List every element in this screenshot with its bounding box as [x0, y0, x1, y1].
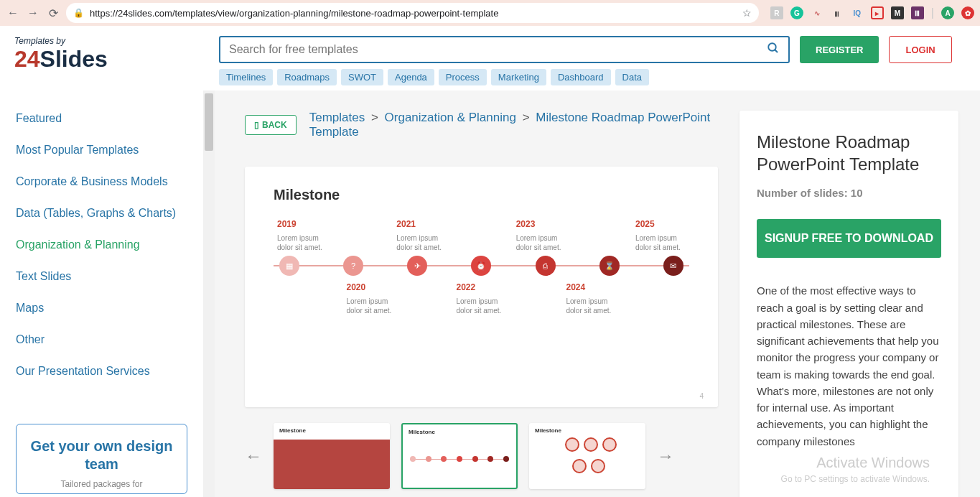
tag-agenda[interactable]: Agenda — [388, 69, 434, 85]
thumbnail[interactable]: Milestone — [274, 423, 390, 489]
promo-subtitle: Tailored packages for — [25, 479, 178, 489]
ext-icon[interactable]: ✿ — [961, 6, 974, 19]
register-button[interactable]: REGISTER — [800, 36, 879, 63]
thumbnail-row: ← Milestone Milestone Milestone → — [245, 423, 718, 489]
timeline-item: 2022Lorem ipsum dolor sit amet. — [457, 282, 507, 315]
extension-icons: R G ∿ ⫼ IQ ▸ M Ⅲ | A ✿ — [765, 6, 974, 19]
tag-process[interactable]: Process — [439, 69, 487, 85]
timeline-dot-icon: ✈ — [407, 256, 427, 276]
sidebar-promo[interactable]: Get your own design team Tailored packag… — [16, 424, 187, 494]
back-nav-icon[interactable]: ← — [6, 6, 20, 20]
tag-row: Timelines Roadmaps SWOT Agenda Process M… — [219, 69, 966, 85]
timeline-dot-icon: ⎙ — [536, 256, 556, 276]
tag-roadmaps[interactable]: Roadmaps — [277, 69, 337, 85]
promo-title: Get your own design team — [25, 437, 178, 473]
crumb-sep: > — [523, 111, 530, 124]
url-text: https://24slides.com/templates/view/orga… — [90, 8, 737, 19]
crumb-category[interactable]: Organization & Planning — [385, 111, 516, 124]
thumbnail[interactable]: Milestone — [529, 423, 645, 489]
sidebar: Featured Most Popular Templates Corporat… — [0, 90, 203, 497]
lock-icon: 🔒 — [73, 8, 84, 18]
sidebar-item-text[interactable]: Text Slides — [16, 270, 187, 283]
scroll-thumb[interactable] — [205, 93, 213, 151]
svg-point-0 — [768, 43, 776, 51]
sidebar-item-featured[interactable]: Featured — [16, 112, 187, 125]
main-content: ▯BACK Templates > Organization & Plannin… — [215, 90, 980, 497]
slide-page-number: 4 — [699, 392, 704, 400]
timeline-item: 2025Lorem ipsum dolor sit amet. — [635, 219, 686, 252]
template-title: Milestone Roadmap PowerPoint Template — [757, 131, 941, 175]
search-icon[interactable] — [767, 42, 780, 58]
tag-timelines[interactable]: Timelines — [219, 69, 273, 85]
prev-thumb-icon[interactable]: ← — [245, 446, 262, 466]
timeline-top-row: 2019Lorem ipsum dolor sit amet. 2021Lore… — [274, 219, 689, 252]
logo-subtitle: Templates by — [14, 36, 205, 46]
slide-count: Number of slides: 10 — [757, 187, 941, 199]
grammarly-icon[interactable]: G — [790, 6, 803, 19]
timeline-dot-icon: ? — [343, 256, 363, 276]
profile-icon[interactable]: A — [941, 6, 954, 19]
timeline-item: 2021Lorem ipsum dolor sit amet. — [396, 219, 447, 252]
reload-icon[interactable]: ⟳ — [46, 6, 60, 20]
thumbnail-active[interactable]: Milestone — [401, 423, 518, 489]
sidebar-item-popular[interactable]: Most Popular Templates — [16, 144, 187, 157]
logo-main: 24Slides — [14, 46, 205, 73]
timeline-item: 2024Lorem ipsum dolor sit amet. — [566, 282, 617, 315]
search-input[interactable] — [229, 43, 767, 56]
svg-line-1 — [775, 50, 778, 52]
windows-watermark: Activate Windows — [816, 455, 930, 471]
settings-ext-icon[interactable]: ⫼ — [831, 6, 844, 19]
back-icon: ▯ — [254, 120, 259, 130]
sidebar-item-services[interactable]: Our Presentation Services — [16, 365, 187, 378]
back-button[interactable]: ▯BACK — [245, 115, 297, 135]
sidebar-scrollbar[interactable] — [203, 90, 215, 497]
site-header: Templates by 24Slides REGISTER LOGIN Tim… — [0, 26, 980, 90]
ext-icon[interactable]: Ⅲ — [911, 6, 924, 19]
sidebar-item-corporate[interactable]: Corporate & Business Models — [16, 175, 187, 188]
search-box[interactable] — [219, 36, 790, 63]
sidebar-item-data[interactable]: Data (Tables, Graphs & Charts) — [16, 207, 187, 220]
login-button[interactable]: LOGIN — [889, 36, 951, 63]
timeline-line: ▦?✈⏰⎙⌛✉ — [274, 265, 689, 266]
template-description: One of the most effective ways to reach … — [757, 282, 941, 450]
timeline-bottom-row: 2020Lorem ipsum dolor sit amet. 2022Lore… — [274, 282, 689, 315]
crumb-templates[interactable]: Templates — [309, 111, 365, 124]
slide-title: Milestone — [274, 187, 689, 203]
timeline-item: 2023Lorem ipsum dolor sit amet. — [516, 219, 566, 252]
breadcrumb: Templates > Organization & Planning > Mi… — [309, 111, 718, 139]
ext-icon[interactable]: R — [770, 6, 783, 19]
logo[interactable]: Templates by 24Slides — [14, 36, 205, 73]
sidebar-item-organization[interactable]: Organization & Planning — [16, 238, 187, 251]
signup-download-button[interactable]: SIGNUP FREE TO DOWNLOAD — [757, 219, 941, 258]
forward-nav-icon[interactable]: → — [26, 6, 40, 20]
sidebar-item-other[interactable]: Other — [16, 333, 187, 346]
slide-preview: Milestone 2019Lorem ipsum dolor sit amet… — [245, 167, 718, 407]
separator: | — [931, 6, 934, 19]
breadcrumb-row: ▯BACK Templates > Organization & Plannin… — [245, 111, 718, 139]
tag-swot[interactable]: SWOT — [341, 69, 383, 85]
ext-icon[interactable]: IQ — [851, 6, 864, 19]
ext-icon[interactable]: ∿ — [811, 6, 823, 19]
page-content: Templates by 24Slides REGISTER LOGIN Tim… — [0, 26, 980, 497]
tag-marketing[interactable]: Marketing — [491, 69, 546, 85]
timeline-dot-icon: ⏰ — [471, 256, 491, 276]
timeline-item: 2020Lorem ipsum dolor sit amet. — [347, 282, 397, 315]
sidebar-item-maps[interactable]: Maps — [16, 302, 187, 315]
star-icon[interactable]: ☆ — [742, 7, 752, 19]
timeline-dot-icon: ⌛ — [599, 256, 620, 276]
ext-icon[interactable]: M — [891, 6, 904, 19]
next-thumb-icon[interactable]: → — [657, 446, 674, 466]
browser-toolbar: ← → ⟳ 🔒 https://24slides.com/templates/v… — [0, 0, 980, 26]
tag-data[interactable]: Data — [615, 69, 649, 85]
ext-icon[interactable]: ▸ — [871, 6, 884, 19]
timeline-dot-icon: ✉ — [663, 256, 683, 276]
address-bar[interactable]: 🔒 https://24slides.com/templates/view/or… — [66, 3, 759, 23]
timeline-item: 2019Lorem ipsum dolor sit amet. — [277, 219, 327, 252]
details-panel: Milestone Roadmap PowerPoint Template Nu… — [739, 111, 958, 497]
crumb-sep: > — [371, 111, 378, 124]
tag-dashboard[interactable]: Dashboard — [551, 69, 611, 85]
timeline-dot-icon: ▦ — [279, 256, 299, 276]
windows-watermark-sub: Go to PC settings to activate Windows. — [781, 474, 930, 484]
